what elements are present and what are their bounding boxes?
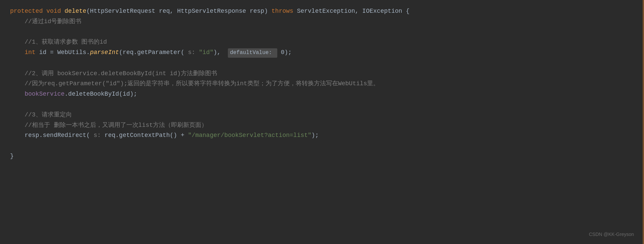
code-line xyxy=(0,58,644,68)
parameter-hint: defaultValue: xyxy=(228,48,277,58)
code-line: resp.sendRedirect( s: req.getContextPath… xyxy=(0,130,644,141)
code-line: //2、调用 bookService.deleteBookById(int id… xyxy=(0,68,644,79)
code-line xyxy=(0,99,644,110)
code-editor: protected void delete(HttpServletRequest… xyxy=(0,0,644,244)
code-line: //相当于 删除一本书之后，又调用了一次list方法（即刷新页面） xyxy=(0,120,644,131)
code-line xyxy=(0,27,644,37)
code-content: protected void delete(HttpServletRequest… xyxy=(0,6,644,161)
code-line: //1、获取请求参数 图书的id xyxy=(0,37,644,47)
code-line: protected void delete(HttpServletRequest… xyxy=(0,6,644,16)
method-call: parseInt xyxy=(90,48,119,57)
code-line xyxy=(0,141,644,151)
code-line: bookService.deleteBookById(id); xyxy=(0,89,644,99)
code-line: int id = WebUtils.parseInt(req.getParame… xyxy=(0,47,644,58)
scrollbar-indicator xyxy=(643,0,644,244)
code-line: } xyxy=(0,151,644,161)
code-line: //因为req.getParameter("id");返回的是字符串，所以要将字… xyxy=(0,79,644,89)
code-line: //3、请求重定向 xyxy=(0,110,644,120)
code-line: //通过id号删除图书 xyxy=(0,16,644,27)
watermark: CSDN @KK-Greyson xyxy=(589,231,634,238)
